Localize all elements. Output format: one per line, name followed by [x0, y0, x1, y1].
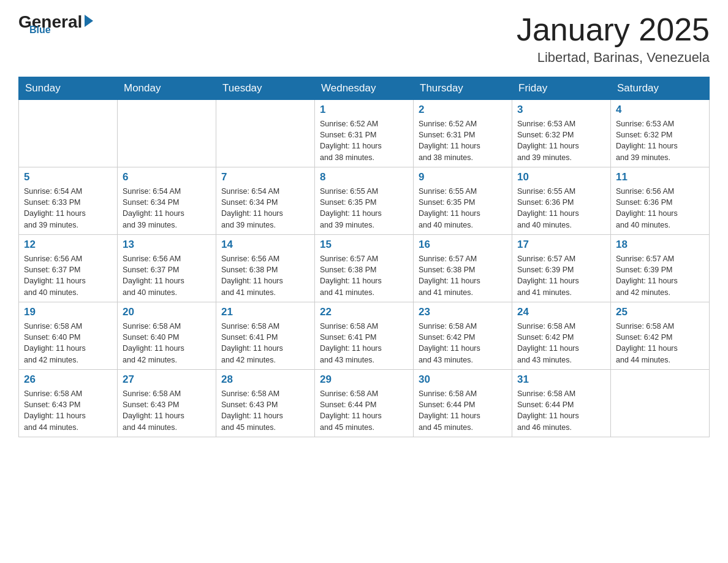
day-info: Sunrise: 6:58 AM Sunset: 6:44 PM Dayligh…	[517, 388, 605, 433]
day-number: 25	[616, 306, 704, 318]
calendar-cell	[19, 100, 118, 167]
day-info: Sunrise: 6:56 AM Sunset: 6:36 PM Dayligh…	[616, 186, 704, 231]
calendar-cell: 17Sunrise: 6:57 AM Sunset: 6:39 PM Dayli…	[512, 235, 611, 302]
day-info: Sunrise: 6:57 AM Sunset: 6:38 PM Dayligh…	[320, 253, 408, 298]
day-info: Sunrise: 6:58 AM Sunset: 6:44 PM Dayligh…	[419, 388, 507, 433]
day-number: 1	[320, 104, 408, 116]
page-title: January 2025	[517, 12, 710, 47]
day-info: Sunrise: 6:52 AM Sunset: 6:31 PM Dayligh…	[320, 118, 408, 163]
day-number: 17	[517, 239, 605, 251]
day-info: Sunrise: 6:55 AM Sunset: 6:35 PM Dayligh…	[320, 186, 408, 231]
day-number: 2	[419, 104, 507, 116]
calendar-cell: 13Sunrise: 6:56 AM Sunset: 6:37 PM Dayli…	[118, 235, 216, 302]
calendar-cell	[118, 100, 216, 167]
day-number: 14	[221, 239, 309, 251]
day-number: 9	[419, 171, 507, 183]
day-info: Sunrise: 6:57 AM Sunset: 6:39 PM Dayligh…	[517, 253, 605, 298]
day-number: 10	[517, 171, 605, 183]
calendar-cell: 21Sunrise: 6:58 AM Sunset: 6:41 PM Dayli…	[216, 302, 315, 370]
calendar-cell: 5Sunrise: 6:54 AM Sunset: 6:33 PM Daylig…	[19, 167, 118, 235]
day-number: 21	[221, 306, 309, 318]
calendar-cell: 26Sunrise: 6:58 AM Sunset: 6:43 PM Dayli…	[19, 370, 118, 437]
day-number: 7	[221, 171, 309, 183]
calendar-cell: 30Sunrise: 6:58 AM Sunset: 6:44 PM Dayli…	[414, 370, 512, 437]
day-number: 11	[616, 171, 704, 183]
calendar-cell	[611, 370, 710, 437]
day-info: Sunrise: 6:54 AM Sunset: 6:34 PM Dayligh…	[221, 186, 309, 231]
day-number: 19	[24, 306, 112, 318]
calendar-cell: 31Sunrise: 6:58 AM Sunset: 6:44 PM Dayli…	[512, 370, 611, 437]
calendar-cell: 27Sunrise: 6:58 AM Sunset: 6:43 PM Dayli…	[118, 370, 216, 437]
day-number: 13	[123, 239, 211, 251]
page-subtitle: Libertad, Barinas, Venezuela	[517, 50, 710, 66]
calendar-cell: 2Sunrise: 6:52 AM Sunset: 6:31 PM Daylig…	[414, 100, 512, 167]
day-info: Sunrise: 6:57 AM Sunset: 6:39 PM Dayligh…	[616, 253, 704, 298]
calendar-cell: 25Sunrise: 6:58 AM Sunset: 6:42 PM Dayli…	[611, 302, 710, 370]
day-number: 15	[320, 239, 408, 251]
day-info: Sunrise: 6:58 AM Sunset: 6:43 PM Dayligh…	[24, 388, 112, 433]
calendar-cell: 15Sunrise: 6:57 AM Sunset: 6:38 PM Dayli…	[315, 235, 414, 302]
day-number: 23	[419, 306, 507, 318]
day-number: 24	[517, 306, 605, 318]
day-number: 30	[419, 373, 507, 386]
calendar-cell: 7Sunrise: 6:54 AM Sunset: 6:34 PM Daylig…	[216, 167, 315, 235]
calendar-cell: 6Sunrise: 6:54 AM Sunset: 6:34 PM Daylig…	[118, 167, 216, 235]
day-info: Sunrise: 6:58 AM Sunset: 6:42 PM Dayligh…	[616, 321, 704, 366]
day-info: Sunrise: 6:55 AM Sunset: 6:36 PM Dayligh…	[517, 186, 605, 231]
day-number: 16	[419, 239, 507, 251]
calendar-cell: 22Sunrise: 6:58 AM Sunset: 6:41 PM Dayli…	[315, 302, 414, 370]
day-number: 3	[517, 104, 605, 116]
calendar-week-row: 1Sunrise: 6:52 AM Sunset: 6:31 PM Daylig…	[19, 100, 710, 167]
header-title-area: January 2025 Libertad, Barinas, Venezuel…	[517, 12, 710, 66]
calendar-cell: 3Sunrise: 6:53 AM Sunset: 6:32 PM Daylig…	[512, 100, 611, 167]
day-info: Sunrise: 6:58 AM Sunset: 6:42 PM Dayligh…	[419, 321, 507, 366]
calendar-cell: 16Sunrise: 6:57 AM Sunset: 6:38 PM Dayli…	[414, 235, 512, 302]
day-info: Sunrise: 6:58 AM Sunset: 6:41 PM Dayligh…	[320, 321, 408, 366]
day-info: Sunrise: 6:53 AM Sunset: 6:32 PM Dayligh…	[616, 118, 704, 163]
day-info: Sunrise: 6:54 AM Sunset: 6:33 PM Dayligh…	[24, 186, 112, 231]
day-number: 28	[221, 373, 309, 386]
day-header-tuesday: Tuesday	[216, 77, 315, 100]
calendar-cell: 23Sunrise: 6:58 AM Sunset: 6:42 PM Dayli…	[414, 302, 512, 370]
calendar-cell: 4Sunrise: 6:53 AM Sunset: 6:32 PM Daylig…	[611, 100, 710, 167]
day-info: Sunrise: 6:55 AM Sunset: 6:35 PM Dayligh…	[419, 186, 507, 231]
day-number: 12	[24, 239, 112, 251]
day-info: Sunrise: 6:57 AM Sunset: 6:38 PM Dayligh…	[419, 253, 507, 298]
day-number: 26	[24, 373, 112, 386]
day-info: Sunrise: 6:58 AM Sunset: 6:43 PM Dayligh…	[221, 388, 309, 433]
calendar-header-row: SundayMondayTuesdayWednesdayThursdayFrid…	[19, 77, 710, 100]
calendar-cell: 10Sunrise: 6:55 AM Sunset: 6:36 PM Dayli…	[512, 167, 611, 235]
day-number: 5	[24, 171, 112, 183]
day-number: 31	[517, 373, 605, 386]
calendar-cell: 9Sunrise: 6:55 AM Sunset: 6:35 PM Daylig…	[414, 167, 512, 235]
calendar-week-row: 26Sunrise: 6:58 AM Sunset: 6:43 PM Dayli…	[19, 370, 710, 437]
calendar-cell: 11Sunrise: 6:56 AM Sunset: 6:36 PM Dayli…	[611, 167, 710, 235]
calendar-table: SundayMondayTuesdayWednesdayThursdayFrid…	[18, 77, 710, 437]
day-info: Sunrise: 6:56 AM Sunset: 6:37 PM Dayligh…	[123, 253, 211, 298]
day-header-sunday: Sunday	[19, 77, 118, 100]
calendar-cell: 14Sunrise: 6:56 AM Sunset: 6:38 PM Dayli…	[216, 235, 315, 302]
day-header-wednesday: Wednesday	[315, 77, 414, 100]
calendar-cell: 28Sunrise: 6:58 AM Sunset: 6:43 PM Dayli…	[216, 370, 315, 437]
day-info: Sunrise: 6:53 AM Sunset: 6:32 PM Dayligh…	[517, 118, 605, 163]
calendar-cell: 1Sunrise: 6:52 AM Sunset: 6:31 PM Daylig…	[315, 100, 414, 167]
page-header: General Blue January 2025 Libertad, Bari…	[18, 12, 710, 66]
calendar-week-row: 5Sunrise: 6:54 AM Sunset: 6:33 PM Daylig…	[19, 167, 710, 235]
day-number: 20	[123, 306, 211, 318]
day-number: 29	[320, 373, 408, 386]
day-info: Sunrise: 6:58 AM Sunset: 6:41 PM Dayligh…	[221, 321, 309, 366]
day-number: 18	[616, 239, 704, 251]
day-info: Sunrise: 6:52 AM Sunset: 6:31 PM Dayligh…	[419, 118, 507, 163]
calendar-cell: 18Sunrise: 6:57 AM Sunset: 6:39 PM Dayli…	[611, 235, 710, 302]
day-header-thursday: Thursday	[414, 77, 512, 100]
calendar-cell	[216, 100, 315, 167]
calendar-cell: 12Sunrise: 6:56 AM Sunset: 6:37 PM Dayli…	[19, 235, 118, 302]
logo-arrow-icon	[85, 15, 93, 27]
day-header-friday: Friday	[512, 77, 611, 100]
calendar-week-row: 12Sunrise: 6:56 AM Sunset: 6:37 PM Dayli…	[19, 235, 710, 302]
day-info: Sunrise: 6:58 AM Sunset: 6:44 PM Dayligh…	[320, 388, 408, 433]
day-number: 22	[320, 306, 408, 318]
day-number: 6	[123, 171, 211, 183]
calendar-cell: 19Sunrise: 6:58 AM Sunset: 6:40 PM Dayli…	[19, 302, 118, 370]
day-info: Sunrise: 6:58 AM Sunset: 6:40 PM Dayligh…	[123, 321, 211, 366]
